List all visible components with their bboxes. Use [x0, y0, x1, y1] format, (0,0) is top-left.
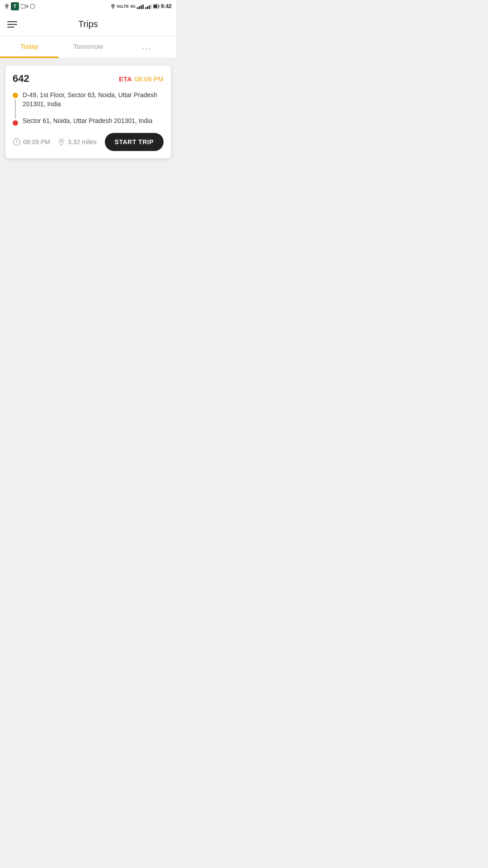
svg-marker-6 [112, 7, 114, 9]
menu-line-1 [7, 21, 17, 22]
circle-icon [30, 4, 35, 9]
menu-line-3 [7, 27, 14, 28]
tab-today[interactable]: Today [0, 36, 59, 58]
status-left-icons: T [5, 2, 35, 10]
t-app-icon: T [11, 2, 19, 10]
signal-bars-1 [137, 4, 144, 9]
menu-button[interactable] [7, 21, 17, 28]
eta-time: 08:09 PM [135, 75, 164, 83]
footer-time: 08:09 PM [13, 138, 50, 146]
svg-point-4 [30, 4, 35, 9]
location-icon [5, 4, 9, 9]
footer-distance: 3.32 miles [57, 138, 97, 146]
route-container: D-49, 1st Floor, Sector 63, Noida, Uttar… [13, 91, 164, 126]
trip-number: 642 [13, 73, 29, 85]
start-trip-button[interactable]: START TRIP [105, 133, 164, 151]
route-line [13, 91, 18, 126]
menu-line-2 [7, 24, 17, 25]
destination-address: Sector 61, Noida, Uttar Pradesh 201301, … [23, 117, 164, 126]
signal-bars-2 [145, 4, 152, 9]
status-time: 9:42 [161, 3, 172, 9]
clock-icon [13, 138, 21, 146]
svg-point-13 [61, 140, 62, 141]
distance-icon [57, 138, 66, 146]
origin-dot [13, 93, 18, 98]
card-header: 642 ETA 08:09 PM [13, 73, 164, 85]
svg-line-12 [17, 142, 18, 143]
page-title: Trips [78, 19, 98, 29]
svg-marker-3 [25, 5, 28, 8]
media-icon [21, 4, 28, 9]
route-connector [15, 99, 16, 119]
departure-time: 08:09 PM [23, 138, 50, 146]
location-icon-right [111, 4, 115, 9]
battery-icon [153, 4, 160, 9]
trip-card: 642 ETA 08:09 PM D-49, 1st Floor, Sector… [5, 66, 171, 158]
svg-rect-8 [154, 5, 157, 8]
svg-rect-9 [159, 6, 160, 7]
volte-badge: VoLTE [117, 4, 129, 9]
destination-dot [13, 120, 18, 126]
svg-rect-2 [21, 5, 25, 8]
main-content: 642 ETA 08:09 PM D-49, 1st Floor, Sector… [0, 58, 176, 165]
card-footer: 08:09 PM 3.32 miles START TRIP [13, 133, 164, 151]
4g-badge: 4G [130, 4, 136, 9]
eta-label: ETA [119, 75, 132, 83]
status-bar: T VoLTE 4G [0, 0, 176, 13]
svg-marker-1 [5, 7, 8, 9]
app-header: Trips [0, 13, 176, 36]
origin-address: D-49, 1st Floor, Sector 63, Noida, Uttar… [23, 91, 164, 108]
status-right-icons: VoLTE 4G 9:42 [111, 3, 172, 9]
eta-area: ETA 08:09 PM [119, 75, 164, 83]
route-addresses: D-49, 1st Floor, Sector 63, Noida, Uttar… [23, 91, 164, 126]
tab-more[interactable]: ... [117, 36, 176, 58]
tab-tomorrow[interactable]: Tomorrow [59, 36, 117, 58]
tab-bar: Today Tomorrow ... [0, 36, 176, 58]
distance-value: 3.32 miles [68, 138, 97, 146]
